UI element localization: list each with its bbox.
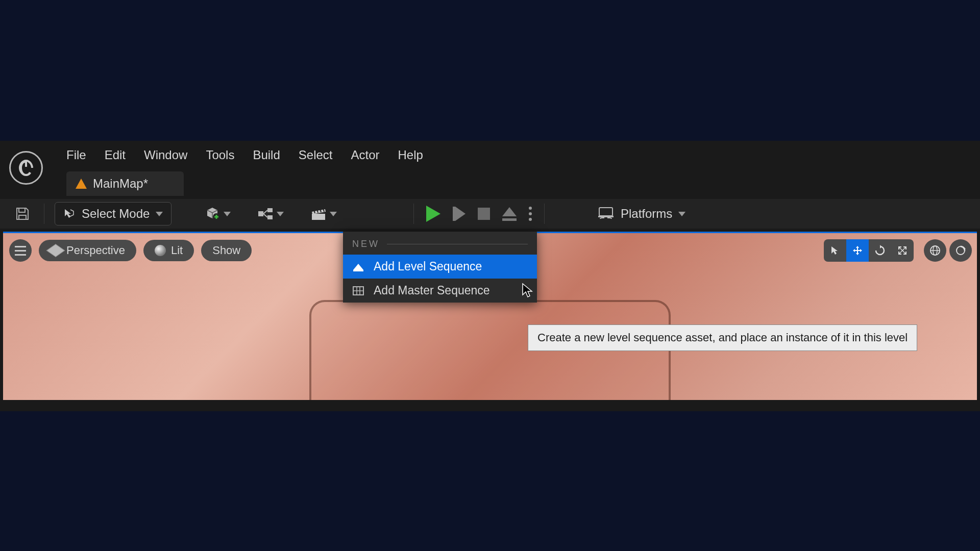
cinematics-dropdown: NEW Add Level Sequence Add Master Sequen…	[343, 232, 537, 303]
svg-rect-1	[258, 211, 263, 216]
unreal-logo[interactable]	[9, 151, 43, 185]
tab-mainmap[interactable]: MainMap*	[66, 171, 184, 196]
chevron-down-icon	[224, 212, 231, 216]
snap-icon	[954, 244, 967, 257]
menu-file[interactable]: File	[66, 148, 86, 162]
mode-label: Select Mode	[82, 207, 150, 221]
chevron-down-icon	[678, 212, 685, 216]
platforms-button[interactable]: Platforms	[597, 199, 685, 229]
perspective-button[interactable]: Perspective	[39, 240, 136, 261]
toolbar-divider	[44, 204, 44, 224]
tooltip-text: Create a new level sequence asset, and p…	[537, 331, 908, 344]
clapperboard-icon	[310, 207, 327, 221]
svg-rect-5	[599, 208, 612, 216]
rotate-icon	[874, 245, 886, 256]
add-master-sequence-item[interactable]: Add Master Sequence	[343, 279, 537, 303]
toolbar-divider	[413, 204, 414, 224]
menu-help[interactable]: Help	[398, 148, 423, 162]
step-tri-icon	[455, 207, 465, 221]
sphere-icon	[155, 245, 166, 256]
rotate-tool-button[interactable]	[869, 239, 891, 262]
lit-label: Lit	[171, 244, 183, 257]
toolbar-divider	[544, 204, 545, 224]
cinematics-button[interactable]	[306, 204, 341, 224]
mouse-cursor	[522, 283, 533, 298]
step-button[interactable]	[453, 207, 465, 221]
unreal-icon	[16, 158, 36, 178]
chevron-down-icon	[156, 212, 163, 216]
lit-button[interactable]: Lit	[143, 240, 194, 261]
add-cube-icon	[204, 206, 220, 222]
play-options-button[interactable]	[529, 207, 532, 221]
select-mode-button[interactable]: Select Mode	[55, 202, 172, 226]
cursor-cube-icon	[63, 208, 76, 220]
save-icon	[15, 206, 30, 221]
svg-rect-6	[598, 216, 614, 217]
master-sequence-icon	[352, 286, 364, 296]
add-content-button[interactable]	[200, 203, 235, 225]
level-sequence-icon	[352, 262, 364, 272]
playback-controls	[413, 199, 545, 229]
svg-rect-4	[312, 214, 325, 220]
menu-bar: File Edit Window Tools Build Select Acto…	[66, 148, 423, 162]
svg-rect-10	[353, 270, 363, 271]
stop-button[interactable]	[478, 208, 490, 220]
tooltip: Create a new level sequence asset, and p…	[528, 324, 917, 351]
menu-window[interactable]: Window	[144, 148, 187, 162]
play-icon	[426, 206, 440, 222]
viewport-controls-right	[824, 239, 972, 262]
menu-item-label: Add Level Sequence	[374, 260, 482, 273]
menu-edit[interactable]: Edit	[105, 148, 126, 162]
snap-settings-button[interactable]	[949, 239, 972, 262]
coordinate-system-button[interactable]	[924, 239, 946, 262]
move-icon	[852, 245, 863, 256]
select-tool-button[interactable]	[824, 239, 846, 262]
stop-icon	[478, 208, 490, 220]
platforms-label: Platforms	[621, 207, 672, 221]
svg-rect-2	[267, 208, 273, 212]
scale-tool-button[interactable]	[891, 239, 914, 262]
cube-icon	[46, 244, 65, 257]
viewport-controls-left: Perspective Lit Show	[9, 239, 252, 262]
blueprint-icon	[257, 207, 274, 220]
main-toolbar: Select Mode	[0, 199, 980, 229]
menu-build[interactable]: Build	[253, 148, 280, 162]
viewport-hamburger-button[interactable]	[9, 239, 32, 262]
play-button[interactable]	[426, 206, 440, 222]
tab-label: MainMap*	[93, 177, 148, 191]
save-button[interactable]	[11, 203, 34, 225]
menu-actor[interactable]: Actor	[351, 148, 380, 162]
add-level-sequence-item[interactable]: Add Level Sequence	[343, 255, 537, 279]
dropdown-section-header: NEW	[343, 232, 537, 255]
menu-select[interactable]: Select	[299, 148, 333, 162]
blueprint-button[interactable]	[253, 204, 288, 223]
menu-tools[interactable]: Tools	[206, 148, 234, 162]
eject-button[interactable]	[502, 207, 517, 221]
show-label: Show	[212, 244, 240, 257]
chevron-down-icon	[277, 212, 284, 216]
level-icon	[76, 179, 87, 189]
eject-tri-icon	[502, 207, 517, 216]
menu-item-label: Add Master Sequence	[374, 284, 490, 297]
tab-row: MainMap*	[66, 171, 184, 196]
translate-tool-button[interactable]	[846, 239, 869, 262]
editor-window: File Edit Window Tools Build Select Acto…	[0, 141, 980, 411]
pointer-icon	[830, 245, 840, 256]
chevron-down-icon	[330, 212, 337, 216]
svg-rect-3	[267, 215, 273, 219]
perspective-label: Perspective	[66, 244, 125, 257]
platforms-icon	[597, 207, 615, 221]
scale-icon	[897, 245, 908, 256]
eject-bar-icon	[502, 218, 517, 221]
dropdown-section-label: NEW	[352, 239, 380, 249]
globe-icon	[929, 244, 941, 257]
show-button[interactable]: Show	[201, 240, 252, 261]
